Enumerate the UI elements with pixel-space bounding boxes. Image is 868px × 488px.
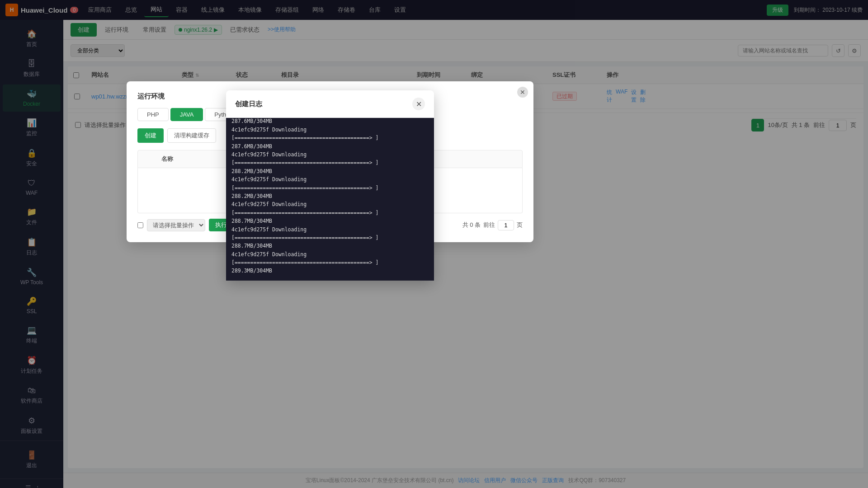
log-line: 4c1efc9d275f Downloading [==============… bbox=[231, 126, 429, 142]
run-env-batch-checkbox[interactable] bbox=[137, 222, 143, 228]
log-modal-header: 创建日志 ✕ bbox=[226, 90, 434, 118]
run-env-page: 共 0 条 前往 页 bbox=[462, 220, 523, 230]
log-line: 287.6MB/304MB bbox=[231, 118, 429, 126]
run-env-clear-btn[interactable]: 清理构建缓存 bbox=[167, 128, 216, 143]
run-env-close-btn[interactable]: ✕ bbox=[517, 87, 528, 98]
log-modal-title: 创建日志 bbox=[235, 100, 262, 108]
log-line: 4c1efc9d275f Downloading [==============… bbox=[231, 175, 429, 192]
log-line: 288.2MB/304MB bbox=[231, 167, 429, 175]
log-line: 4c1efc9d275f Downloading [==============… bbox=[231, 225, 429, 242]
log-line: 288.7MB/304MB bbox=[231, 242, 429, 250]
log-line: 289.3MB/304MB bbox=[231, 267, 429, 275]
log-line: 288.2MB/304MB bbox=[231, 192, 429, 200]
run-env-col-checkbox bbox=[138, 150, 156, 168]
log-line: 4c1efc9d275f Downloading [==============… bbox=[231, 250, 429, 267]
log-modal: 创建日志 ✕ Jenkins_01-java Pulling4c1efc9d27… bbox=[226, 90, 434, 281]
log-line: 4c1efc9d275f Downloading [==============… bbox=[231, 200, 429, 217]
log-line: 288.7MB/304MB bbox=[231, 217, 429, 225]
overlay-backdrop[interactable] bbox=[0, 0, 868, 488]
run-env-page-input[interactable] bbox=[498, 220, 514, 230]
log-content: Jenkins_01-java Pulling4c1efc9d275f Down… bbox=[226, 118, 434, 281]
tab-java[interactable]: JAVA bbox=[170, 108, 203, 121]
log-line: 4c1efc9d275f Downloading [==============… bbox=[231, 150, 429, 167]
tab-php[interactable]: PHP bbox=[137, 108, 169, 121]
log-line: 287.6MB/304MB bbox=[231, 142, 429, 150]
run-env-batch-select[interactable]: 请选择批量操作 bbox=[147, 219, 205, 231]
log-close-button[interactable]: ✕ bbox=[412, 98, 425, 110]
run-env-create-btn[interactable]: 创建 bbox=[137, 128, 164, 143]
